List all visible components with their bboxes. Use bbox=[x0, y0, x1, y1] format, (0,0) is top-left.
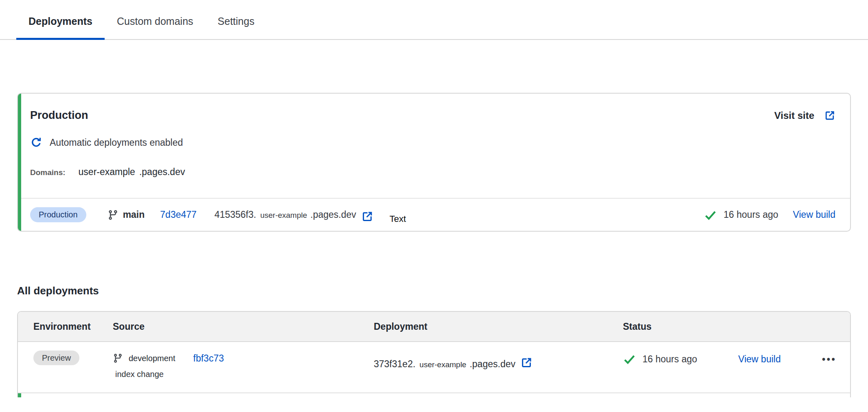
deployment-host: user-example bbox=[419, 360, 466, 369]
branch-name: main bbox=[123, 209, 145, 220]
domains-label: Domains: bbox=[30, 168, 66, 177]
deployment-host: user-example bbox=[260, 211, 307, 220]
deployment-suffix: .pages.dev bbox=[310, 209, 356, 220]
table-row: Preview development fbf3c73 index change… bbox=[18, 342, 850, 393]
tab-deployments[interactable]: Deployments bbox=[16, 0, 105, 40]
domain-name: user-example bbox=[79, 167, 135, 178]
success-check-icon bbox=[704, 208, 717, 221]
deployments-table: Environment Source Deployment Status Pre… bbox=[17, 311, 851, 397]
commit-message: index change bbox=[115, 370, 374, 379]
environment-badge-preview: Preview bbox=[33, 351, 79, 365]
git-branch-icon bbox=[107, 209, 118, 221]
branch-name: development bbox=[129, 354, 175, 363]
visit-site-label: Visit site bbox=[774, 110, 814, 121]
tab-custom-domains[interactable]: Custom domains bbox=[105, 0, 206, 40]
next-row-indicator-bar bbox=[18, 393, 21, 397]
auto-deploy-text: Automatic deployments enabled bbox=[50, 137, 183, 148]
environment-badge-production: Production bbox=[30, 207, 86, 222]
external-link-icon bbox=[824, 110, 835, 121]
production-indicator-bar bbox=[18, 94, 21, 231]
tab-bar: Deployments Custom domains Settings bbox=[0, 0, 868, 40]
row-menu-icon[interactable]: ••• bbox=[822, 353, 836, 365]
success-check-icon bbox=[623, 353, 636, 366]
deploy-time: 16 hours ago bbox=[642, 354, 697, 365]
deployment-id: 373f31e2. bbox=[374, 359, 415, 370]
view-build-link[interactable]: View build bbox=[793, 209, 835, 220]
commit-link[interactable]: fbf3c73 bbox=[193, 353, 224, 364]
deployment-external-link-icon[interactable] bbox=[520, 357, 533, 369]
auto-deploy-icon bbox=[30, 136, 42, 149]
deployment-suffix: .pages.dev bbox=[469, 359, 515, 370]
deployment-external-link-icon[interactable] bbox=[361, 210, 373, 223]
commit-link[interactable]: 7d3e477 bbox=[160, 209, 197, 220]
column-deployment: Deployment bbox=[374, 321, 623, 332]
production-card: Production Visit site Automa bbox=[17, 93, 851, 232]
column-source: Source bbox=[113, 321, 374, 332]
domain-suffix: .pages.dev bbox=[139, 167, 185, 178]
column-environment: Environment bbox=[33, 321, 113, 332]
note-text: Text bbox=[390, 214, 406, 224]
all-deployments-title: All deployments bbox=[17, 285, 868, 297]
production-card-title: Production bbox=[30, 109, 88, 122]
column-status: Status bbox=[623, 321, 850, 332]
git-branch-icon bbox=[113, 353, 123, 364]
visit-site-link[interactable]: Visit site bbox=[774, 110, 835, 121]
production-deployment-row: Production main 7d3e477 415356f3. user-e… bbox=[18, 198, 850, 231]
tab-settings[interactable]: Settings bbox=[206, 0, 267, 40]
view-build-link[interactable]: View build bbox=[738, 354, 780, 365]
deployment-id: 415356f3. bbox=[215, 209, 256, 220]
deploy-time: 16 hours ago bbox=[723, 209, 778, 220]
deployments-table-header: Environment Source Deployment Status bbox=[18, 312, 850, 342]
